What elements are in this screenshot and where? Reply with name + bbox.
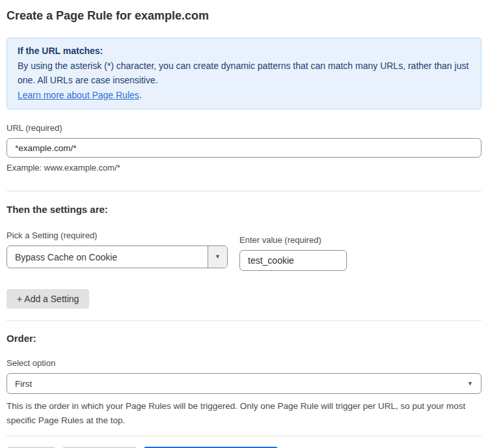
order-select-label: Select option <box>7 358 481 368</box>
url-match-info-box: If the URL matches: By using the asteris… <box>7 38 481 109</box>
order-helper-text: This is the order in which your Page Rul… <box>7 399 481 428</box>
enter-value-label: Enter value (required) <box>239 235 347 245</box>
info-box-heading: If the URL matches: <box>18 44 470 59</box>
setting-picker-column: Pick a Setting (required) Bypass Cache o… <box>7 231 228 268</box>
create-page-rule-form: Create a Page Rule for example.com If th… <box>0 0 488 448</box>
info-box-link-line: Learn more about Page Rules. <box>18 88 470 103</box>
learn-more-link[interactable]: Learn more about Page Rules <box>18 90 139 100</box>
pick-setting-label: Pick a Setting (required) <box>7 231 228 240</box>
page-title: Create a Page Rule for example.com <box>7 9 481 23</box>
settings-row: Pick a Setting (required) Bypass Cache o… <box>7 231 481 271</box>
setting-value-input[interactable] <box>239 250 347 271</box>
url-input[interactable] <box>7 138 481 158</box>
setting-select-value: Bypass Cache on Cookie <box>7 252 208 262</box>
order-select-value: First <box>7 379 467 389</box>
setting-value-column: Enter value (required) <box>239 235 347 271</box>
chevron-down-icon: ▼ <box>215 254 221 260</box>
setting-select-arrow-button[interactable]: ▼ <box>208 246 227 268</box>
info-box-body: By using the asterisk (*) character, you… <box>18 59 470 88</box>
footer-divider <box>7 436 481 436</box>
settings-section-heading: Then the settings are: <box>7 204 481 215</box>
url-label: URL (required) <box>7 123 481 133</box>
section-divider <box>7 191 481 191</box>
chevron-down-icon: ▼ <box>467 381 473 387</box>
order-section-heading: Order: <box>7 333 481 344</box>
section-divider <box>7 320 481 321</box>
add-setting-button[interactable]: + Add a Setting <box>7 289 89 309</box>
order-select[interactable]: First ▼ <box>7 373 481 394</box>
link-suffix-text: . <box>139 90 142 100</box>
url-example-helper: Example: www.example.com/* <box>7 163 481 173</box>
setting-select[interactable]: Bypass Cache on Cookie ▼ <box>7 245 228 268</box>
